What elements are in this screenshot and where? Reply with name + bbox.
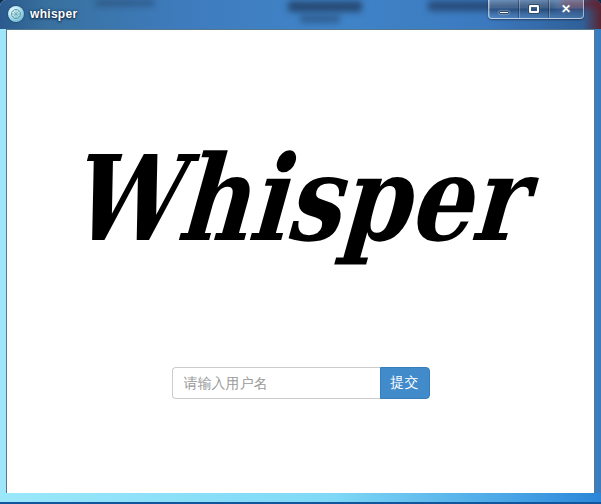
title-bar[interactable]: whisper ✕: [0, 0, 601, 29]
submit-button[interactable]: 提交: [380, 367, 430, 399]
minimize-icon: [499, 11, 509, 14]
aero-glass-reflection: [95, 0, 155, 6]
whisper-logo-text: Whisper: [63, 129, 542, 268]
whisper-logo: Whisper: [66, 128, 536, 273]
maximize-icon: [529, 5, 539, 13]
close-button[interactable]: ✕: [549, 0, 583, 18]
minimize-button[interactable]: [489, 0, 519, 18]
client-area: Whisper 提交: [6, 29, 595, 495]
maximize-button[interactable]: [519, 0, 549, 18]
username-input[interactable]: [172, 367, 380, 399]
whisper-app-icon: [8, 6, 24, 22]
aero-glass-reflection: [300, 15, 340, 23]
window-title: whisper: [30, 7, 77, 21]
close-icon: ✕: [561, 3, 571, 15]
window-controls: ✕: [488, 0, 584, 19]
login-form: 提交: [172, 367, 430, 399]
app-window: whisper ✕ Whisper 提交: [0, 0, 601, 504]
aero-glass-reflection: [288, 1, 362, 12]
